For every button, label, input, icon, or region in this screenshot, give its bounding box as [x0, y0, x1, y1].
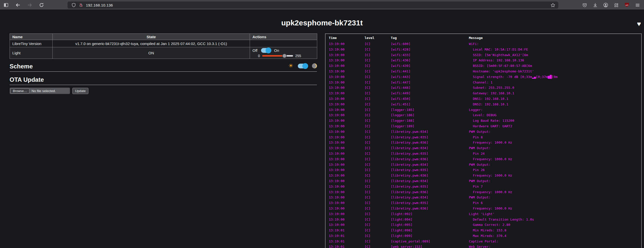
log-message: Max Mireds: 370.4 — [469, 233, 641, 239]
log-level: [C] — [365, 69, 391, 74]
log-level: [C] — [365, 63, 391, 69]
scheme-section: Scheme ☀ — [10, 63, 317, 72]
log-time: 13:19:00 — [329, 69, 365, 74]
log-level: [C] — [365, 85, 391, 91]
log-level: [C] — [365, 184, 391, 189]
log-tag: [libretiny.pwm:035] — [391, 135, 469, 140]
account-icon[interactable] — [603, 3, 608, 8]
shield-icon[interactable] — [71, 3, 76, 8]
log-tag: [wifi:439] — [391, 63, 469, 69]
url-bar[interactable]: 192.168.10.136 — [68, 2, 558, 9]
log-message: Frequency: 1000.0 Hz — [469, 140, 641, 145]
log-header-row: Time level Tag Message — [329, 35, 641, 41]
log-row: 13:19:00 [C] [libretiny.pwm:035] Pin 8 — [329, 135, 641, 140]
firmware-file-input[interactable]: Browse… No file selected. — [10, 88, 70, 94]
entity-state: v1.7.0 on generic-bk7231t-qfn32-tuya, co… — [53, 40, 250, 47]
log-row: 13:19:00 [C] [wifi:447] Channel: 1 — [329, 80, 641, 85]
scheme-toggle[interactable] — [298, 64, 307, 68]
log-time: 13:19:00 — [329, 129, 365, 135]
log-level: [C] — [365, 200, 391, 206]
log-message: PWM Output: — [469, 178, 641, 184]
log-message: WiFi: — [469, 41, 641, 47]
log-time: 13:19:01 — [329, 239, 365, 244]
log-tag: [libretiny.pwm:034] — [391, 129, 469, 135]
log-level: [C] — [365, 107, 391, 113]
browser-toolbar: 192.168.10.136 uO — [0, 0, 644, 10]
log-time: 13:19:00 — [329, 151, 365, 156]
light-toggle[interactable] — [261, 48, 271, 53]
forward-icon[interactable] — [27, 3, 32, 8]
menu-hamburger-icon[interactable] — [635, 3, 640, 8]
log-tag: [logger:189] — [391, 123, 469, 129]
log-time: 13:19:00 — [329, 200, 365, 206]
browse-button[interactable]: Browse… — [10, 88, 29, 94]
log-message: Frequency: 1000.0 Hz — [469, 206, 641, 211]
toggle-on-label: On — [274, 48, 279, 53]
bookmark-star-icon[interactable] — [550, 3, 555, 8]
log-tag: [libretiny.pwm:034] — [391, 178, 469, 184]
log-level: [C] — [365, 239, 391, 244]
log-tag: [wifi:443] — [391, 74, 469, 80]
pocket-icon[interactable] — [582, 3, 587, 8]
log-message: Gamma Correct: 2.80 — [469, 222, 641, 228]
back-icon[interactable] — [15, 3, 20, 8]
log-row: 13:19:01 [C] [captive_portal:089] Captiv… — [329, 239, 641, 244]
log-level: [C] — [365, 74, 391, 80]
reload-icon[interactable] — [39, 3, 44, 8]
brightness-slider[interactable] — [262, 54, 293, 58]
log-tag: [wifi:450] — [391, 96, 469, 102]
log-row: 13:19:00 [C] [libretiny.pwm:034] PWM Out… — [329, 178, 641, 184]
log-level: [C] — [365, 211, 391, 217]
log-time: 13:19:00 — [329, 118, 365, 123]
log-message: DNS2: 192.168.10.1 — [469, 102, 641, 107]
log-message: Gateway: 192.168.10.1 — [469, 91, 641, 96]
log-row: 13:19:00 [C] [libretiny.pwm:036] Frequen… — [329, 156, 641, 162]
log-message: Captive Portal: — [469, 239, 641, 244]
log-message: Frequency: 1000.0 Hz — [469, 189, 641, 195]
log-level: [C] — [365, 58, 391, 63]
log-time: 13:19:00 — [329, 96, 365, 102]
url-text[interactable]: 192.168.10.136 — [86, 3, 113, 7]
log-row: 13:19:00 [C] [libretiny.pwm:035] Pin 24 — [329, 151, 641, 156]
log-time: 13:19:00 — [329, 173, 365, 178]
log-level: [C] — [365, 123, 391, 129]
log-level: [C] — [365, 173, 391, 178]
extensions-puzzle-icon[interactable] — [614, 3, 619, 8]
log-row: 13:19:00 [C] [wifi:436] IP Address: 192.… — [329, 58, 641, 63]
log-time: 13:19:00 — [329, 195, 365, 200]
update-button[interactable]: Update — [72, 88, 88, 94]
log-time: 13:19:00 — [329, 135, 365, 140]
log-level: [C] — [365, 41, 391, 47]
log-row: 13:19:00 [C] [libretiny.pwm:035] Pin 6 — [329, 200, 641, 206]
log-message: Pin 24 — [469, 151, 641, 156]
log-time: 13:19:00 — [329, 167, 365, 173]
log-row: 13:19:00 [C] [light:094] Default Transit… — [329, 217, 641, 222]
log-tag: [libretiny.pwm:035] — [391, 184, 469, 189]
ota-divider — [10, 85, 317, 85]
log-tag: [captive_portal:089] — [391, 239, 469, 244]
log-message: Level: DEBUG — [469, 112, 641, 118]
ota-heading: OTA Update — [10, 76, 317, 83]
log-time: 13:19:00 — [329, 217, 365, 222]
log-panel[interactable]: Time level Tag Message 13:19:00 [C] [wif… — [325, 33, 642, 248]
log-level: [C] — [365, 244, 391, 248]
log-time: 13:19:01 — [329, 244, 365, 248]
log-level: [C] — [365, 140, 391, 145]
download-icon[interactable] — [593, 3, 598, 8]
sidebar-icon[interactable] — [4, 3, 9, 8]
log-message: Pin 7 — [469, 184, 641, 189]
log-row: 13:19:00 [C] [wifi:451] DNS2: 192.168.10… — [329, 102, 641, 107]
log-tag: [light:094] — [391, 217, 469, 222]
slider-thumb[interactable] — [282, 54, 287, 58]
log-message: Light 'Light' — [469, 211, 641, 217]
log-row: 13:19:00 [C] [libretiny.pwm:036] Frequen… — [329, 189, 641, 195]
log-row: 13:19:00 [C] [wifi:449] Gateway: 192.168… — [329, 91, 641, 96]
col-header-actions: Actions — [250, 34, 317, 40]
log-row: 13:19:00 [C] [libretiny.pwm:036] Frequen… — [329, 206, 641, 211]
file-status-text: No file selected. — [29, 89, 56, 93]
log-tag: [wifi:600] — [391, 41, 469, 47]
lock-crossed-icon[interactable] — [78, 3, 83, 8]
log-time: 13:19:00 — [329, 123, 365, 129]
ublock-shield-icon[interactable]: uO — [624, 3, 629, 8]
log-row: 13:19:00 [C] [light:092] Light 'Light' — [329, 211, 641, 217]
